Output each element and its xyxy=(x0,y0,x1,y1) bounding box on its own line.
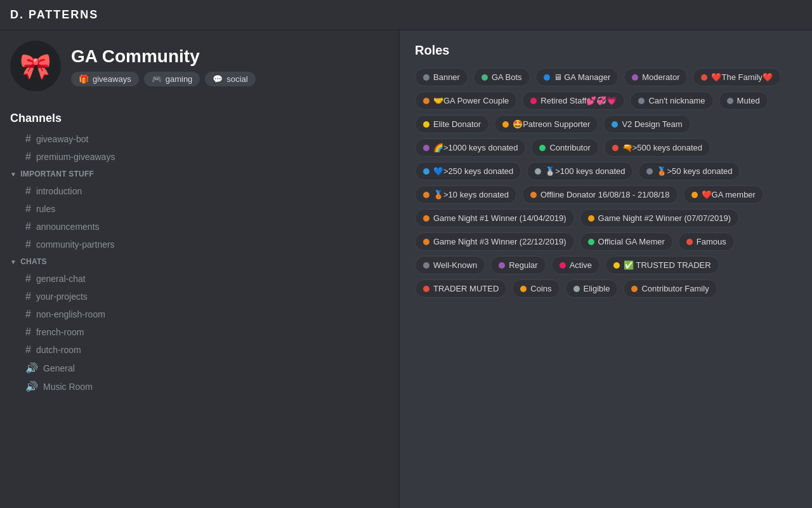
role-badge[interactable]: 🔫>500 keys donated xyxy=(604,138,710,157)
role-dot xyxy=(573,286,580,292)
role-badge[interactable]: V2 Design Team xyxy=(603,115,690,133)
role-dot xyxy=(423,121,429,128)
category-chats[interactable]: ▼ CHATS xyxy=(0,253,399,270)
channel-general-chat[interactable]: # general-chat xyxy=(0,270,399,288)
channel-giveaway-bot[interactable]: # giveaway-bot xyxy=(0,130,399,148)
role-badge[interactable]: Contributor Family xyxy=(623,279,717,298)
role-badge[interactable]: 🥈>100 keys donated xyxy=(527,162,633,180)
role-label: Famous xyxy=(697,237,726,246)
channel-community-partners[interactable]: # community-partners xyxy=(0,236,399,253)
roles-panel: Roles BannerGA Bots🖥 GA ManagerModerator… xyxy=(400,30,812,508)
role-label: ❤️The Family❤️ xyxy=(711,72,772,82)
social-icon: 💬 xyxy=(213,74,223,84)
role-badge[interactable]: Contributor xyxy=(531,138,598,157)
main-layout: 🎀 GA Community 🎁 giveaways 🎮 gaming 💬 xyxy=(0,30,812,508)
role-badge[interactable]: ❤️GA member xyxy=(683,185,764,204)
role-badge[interactable]: Active xyxy=(551,256,600,274)
channel-announcements[interactable]: # announcements xyxy=(0,218,399,236)
role-dot xyxy=(423,239,429,245)
role-label: Offline Donator 16/08/18 - 21/08/18 xyxy=(540,190,670,199)
role-badge[interactable]: Regular xyxy=(490,256,546,274)
role-badge[interactable]: 🥉>10 keys donated xyxy=(415,185,517,204)
role-label: Eligible xyxy=(584,284,610,293)
channel-introduction[interactable]: # introduction xyxy=(0,182,399,200)
role-dot xyxy=(530,192,537,198)
channel-name: non-english-room xyxy=(36,309,105,319)
role-badge[interactable]: GA Bots xyxy=(473,68,530,86)
role-label: Banner xyxy=(433,72,460,82)
channel-name: rules xyxy=(36,204,55,214)
role-badge[interactable]: Banner xyxy=(415,68,468,86)
role-badge[interactable]: 🌈>1000 keys donated xyxy=(415,138,526,157)
role-dot xyxy=(727,98,733,104)
role-dot xyxy=(530,98,537,104)
role-label: 💙>250 keys donated xyxy=(433,166,513,176)
tag-social[interactable]: 💬 social xyxy=(205,72,255,86)
channel-name: general-chat xyxy=(36,274,86,284)
role-badge[interactable]: Official GA Memer xyxy=(580,232,673,251)
role-badge[interactable]: Game Night #1 Winner (14/04/2019) xyxy=(415,209,575,227)
role-badge[interactable]: Retired Staff💕💞💗 xyxy=(522,91,625,110)
gaming-icon: 🎮 xyxy=(152,74,162,84)
channel-general-voice[interactable]: 🔊 General xyxy=(0,359,399,377)
role-badge[interactable]: Coins xyxy=(512,279,560,298)
role-dot xyxy=(535,168,541,175)
voice-channel-icon: 🔊 xyxy=(25,380,38,392)
role-badge[interactable]: ✅ TRUSTED TRADER xyxy=(605,256,719,274)
channel-non-english-room[interactable]: # non-english-room xyxy=(0,305,399,323)
role-badge[interactable]: Game Night #2 Winner (07/07/2019) xyxy=(580,209,740,227)
tag-giveaways[interactable]: 🎁 giveaways xyxy=(71,72,139,86)
channel-name: french-room xyxy=(36,327,84,337)
sidebar: 🎀 GA Community 🎁 giveaways 🎮 gaming 💬 xyxy=(0,30,400,508)
role-badge[interactable]: 🤝GA Power Couple xyxy=(415,91,517,110)
logo-suffix: PATTERNS xyxy=(29,8,98,21)
category-important-stuff[interactable]: ▼ IMPORTANT STUFF xyxy=(0,166,399,182)
channel-music-room[interactable]: 🔊 Music Room xyxy=(0,377,399,396)
channel-your-projects[interactable]: # your-projects xyxy=(0,288,399,305)
role-dot xyxy=(638,98,645,104)
role-badge[interactable]: Well-Known xyxy=(415,256,485,274)
role-label: Game Night #2 Winner (07/07/2019) xyxy=(598,213,731,223)
channel-name: General xyxy=(43,363,75,373)
social-label: social xyxy=(226,74,247,84)
tag-gaming[interactable]: 🎮 gaming xyxy=(144,72,200,86)
server-avatar: 🎀 xyxy=(10,41,61,91)
role-dot xyxy=(423,215,429,222)
role-badge[interactable]: TRADER MUTED xyxy=(415,279,507,298)
role-dot xyxy=(423,168,429,175)
role-label: Contributor xyxy=(549,143,590,152)
text-channel-icon: # xyxy=(25,273,31,284)
channels-section: Channels # giveaway-bot # premium-giveaw… xyxy=(0,102,399,401)
role-badge[interactable]: Famous xyxy=(678,232,735,251)
role-dot xyxy=(631,286,638,292)
role-dot xyxy=(691,192,698,198)
role-badge[interactable]: 🖥 GA Manager xyxy=(535,68,619,86)
role-badge[interactable]: 🤩Patreon Supporter xyxy=(494,115,598,133)
role-badge[interactable]: 💙>250 keys donated xyxy=(415,162,521,180)
role-badge[interactable]: Game Night #3 Winner (22/12/2019) xyxy=(415,232,575,251)
channel-french-room[interactable]: # french-room xyxy=(0,323,399,341)
role-dot xyxy=(423,145,429,151)
role-badge[interactable]: Can't nickname xyxy=(630,91,713,110)
role-label: Moderator xyxy=(642,72,679,82)
role-badge[interactable]: ❤️The Family❤️ xyxy=(693,68,780,86)
role-badge[interactable]: Moderator xyxy=(624,68,688,86)
channel-premium-giveaways[interactable]: # premium-giveaways xyxy=(0,148,399,166)
giveaways-icon: 🎁 xyxy=(79,74,89,84)
role-badge[interactable]: Offline Donator 16/08/18 - 21/08/18 xyxy=(522,185,678,204)
logo: D. PATTERNS xyxy=(10,8,98,22)
role-dot xyxy=(632,74,638,81)
role-badge[interactable]: Elite Donator xyxy=(415,115,489,133)
role-badge[interactable]: Eligible xyxy=(565,279,619,298)
channel-dutch-room[interactable]: # dutch-room xyxy=(0,341,399,359)
role-dot xyxy=(423,286,429,292)
role-label: 🤝GA Power Couple xyxy=(433,96,509,105)
role-label: V2 Design Team xyxy=(622,119,682,129)
role-badge[interactable]: 🥉>50 keys donated xyxy=(638,162,740,180)
server-name: GA Community xyxy=(71,46,389,67)
text-channel-icon: # xyxy=(25,151,31,163)
channel-rules[interactable]: # rules xyxy=(0,200,399,218)
channel-name: premium-giveaways xyxy=(36,152,115,162)
roles-grid: BannerGA Bots🖥 GA ManagerModerator❤️The … xyxy=(415,68,797,298)
role-badge[interactable]: Muted xyxy=(719,91,768,110)
